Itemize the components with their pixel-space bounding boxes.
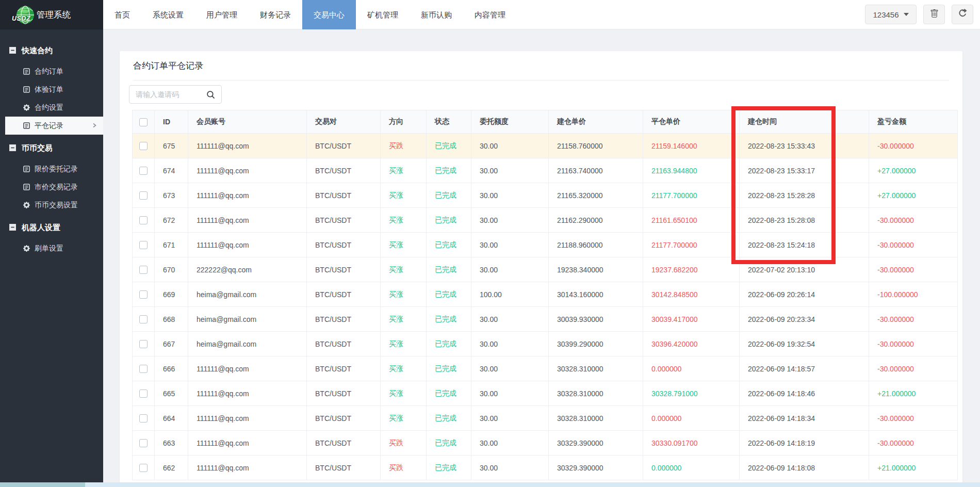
cell-account: 111111@qq.com	[188, 381, 307, 406]
cell-open-time: 2022-06-09 14:18:57	[740, 356, 869, 381]
nav-item-user-management[interactable]: 用户管理	[195, 0, 249, 29]
gear-icon	[23, 202, 30, 208]
row-checkbox[interactable]	[139, 439, 148, 447]
cell-account: heima@gmail.com	[188, 332, 307, 356]
table-row: 665111111@qq.comBTC/USDT买涨已完成30.0030328.…	[133, 381, 958, 406]
sidebar-group-label: 币币交易	[22, 143, 53, 153]
select-all-checkbox[interactable]	[139, 118, 148, 126]
account-dropdown[interactable]: 123456	[865, 5, 917, 24]
row-checkbox[interactable]	[139, 340, 148, 348]
row-checkbox[interactable]	[139, 241, 148, 249]
cell-pair: BTC/USDT	[307, 208, 381, 233]
nav-item-new-coin-subscribe[interactable]: 新币认购	[410, 0, 463, 29]
clear-cache-button[interactable]	[923, 5, 945, 24]
nav-item-system-settings[interactable]: 系统设置	[141, 0, 195, 29]
cell-pair: BTC/USDT	[307, 257, 381, 282]
cell-amount: 30.00	[471, 158, 549, 183]
cell-account: 111111@qq.com	[188, 356, 307, 381]
sidebar-item-brush-order-settings[interactable]: 刷单设置	[0, 239, 103, 257]
cell-direction: 买涨	[381, 356, 427, 381]
invite-code-search-input[interactable]	[129, 90, 204, 99]
cell-amount: 30.00	[471, 356, 549, 381]
search-icon[interactable]	[204, 90, 221, 99]
cell-open-time: 2022-08-23 15:33:43	[740, 134, 869, 158]
nav-item-miner-management[interactable]: 矿机管理	[356, 0, 410, 29]
cell-open-time: 2022-08-23 15:33:17	[740, 158, 869, 183]
row-checkbox[interactable]	[139, 365, 148, 373]
sidebar-item-trial-orders[interactable]: 体验订单	[0, 80, 103, 99]
cell-status: 已完成	[427, 282, 471, 307]
cell-close-price: 21163.944800	[643, 158, 740, 183]
cell-open-time: 2022-08-23 15:28:28	[740, 183, 869, 208]
horizontal-scrollbar[interactable]	[0, 482, 980, 487]
row-checkbox-cell	[133, 356, 155, 381]
cell-pnl: -30.000000	[869, 356, 958, 381]
cell-amount: 100.00	[471, 282, 549, 307]
caret-down-icon	[904, 13, 909, 16]
cell-amount: 30.00	[471, 233, 549, 257]
cell-open-time: 2022-06-09 14:18:34	[740, 406, 869, 431]
chevron-right-icon	[91, 122, 98, 131]
nav-item-trade-center[interactable]: 交易中心	[302, 0, 356, 29]
search-box	[129, 85, 222, 104]
cell-direction: 买涨	[381, 183, 427, 208]
cell-amount: 30.00	[471, 332, 549, 356]
sidebar-item-contract-orders[interactable]: 合约订单	[0, 62, 103, 80]
sidebar-item-label: 合约订单	[35, 67, 63, 76]
row-checkbox-cell	[133, 134, 155, 158]
cell-status: 已完成	[427, 307, 471, 332]
cell-account: 111111@qq.com	[188, 456, 307, 480]
table-row: 663111111@qq.comBTC/USDT买跌已完成30.0030329.…	[133, 431, 958, 456]
table-header-row: ID会员账号交易对方向状态委托额度建仓单价平仓单价建仓时间盈亏金额	[133, 110, 958, 134]
row-checkbox[interactable]	[139, 266, 148, 274]
list-icon	[23, 68, 30, 75]
row-checkbox-cell	[133, 431, 155, 456]
sidebar-item-market-trade-records[interactable]: 市价交易记录	[0, 178, 103, 196]
row-checkbox[interactable]	[139, 167, 148, 175]
row-checkbox-cell	[133, 257, 155, 282]
logout-button[interactable]	[952, 5, 973, 24]
table-row: 674111111@qq.comBTC/USDT买涨已完成30.0021163.…	[133, 158, 958, 183]
nav-item-content-management[interactable]: 内容管理	[463, 0, 517, 29]
cell-amount: 30.00	[471, 307, 549, 332]
cell-pair: BTC/USDT	[307, 282, 381, 307]
sidebar-item-coin-trade-settings[interactable]: 币币交易设置	[0, 196, 103, 214]
sidebar-item-close-position-records[interactable]: 平仓记录	[5, 117, 103, 135]
cell-open-time: 2022-08-23 15:24:18	[740, 233, 869, 257]
table-row: 671111111@qq.comBTC/USDT买涨已完成30.0021188.…	[133, 233, 958, 257]
nav-item-home[interactable]: 首页	[103, 0, 141, 29]
row-checkbox[interactable]	[139, 464, 148, 472]
row-checkbox[interactable]	[139, 216, 148, 224]
globe-logo-icon: USDZ	[15, 5, 35, 25]
cell-id: 665	[155, 381, 188, 406]
sidebar-item-label: 平仓记录	[35, 121, 63, 131]
cell-status: 已完成	[427, 431, 471, 456]
list-icon	[23, 122, 30, 129]
cell-amount: 30.00	[471, 257, 549, 282]
cell-pnl: -100.000000	[869, 282, 958, 307]
nav-item-finance-records[interactable]: 财务记录	[249, 0, 302, 29]
row-checkbox[interactable]	[139, 389, 148, 398]
sidebar-item-contract-settings[interactable]: 合约设置	[0, 99, 103, 117]
sidebar-item-limit-order-records[interactable]: 限价委托记录	[0, 160, 103, 178]
cell-close-price: 21177.700000	[643, 183, 740, 208]
row-checkbox[interactable]	[139, 142, 148, 150]
cell-pnl: -30.000000	[869, 257, 958, 282]
sidebar-group-robot-settings[interactable]: 机器人设置	[0, 216, 103, 239]
cell-close-price: 30142.848500	[643, 282, 740, 307]
cell-open-price: 21158.760000	[549, 134, 643, 158]
row-checkbox[interactable]	[139, 290, 148, 299]
table-head: ID会员账号交易对方向状态委托额度建仓单价平仓单价建仓时间盈亏金额	[133, 110, 958, 134]
cell-status: 已完成	[427, 233, 471, 257]
cell-pair: BTC/USDT	[307, 356, 381, 381]
row-checkbox[interactable]	[139, 315, 148, 323]
row-checkbox[interactable]	[139, 191, 148, 200]
cell-open-time: 2022-06-09 14:18:46	[740, 381, 869, 406]
row-checkbox-cell	[133, 307, 155, 332]
sidebar-group-quick-contract[interactable]: 快速合约	[0, 39, 103, 62]
row-checkbox[interactable]	[139, 414, 148, 423]
sidebar-group-coin-trade[interactable]: 币币交易	[0, 136, 103, 160]
cell-id: 663	[155, 431, 188, 456]
scrollbar-thumb[interactable]	[0, 482, 85, 487]
table-row: 662111111@qq.comBTC/USDT买跌已完成30.0030329.…	[133, 456, 958, 480]
